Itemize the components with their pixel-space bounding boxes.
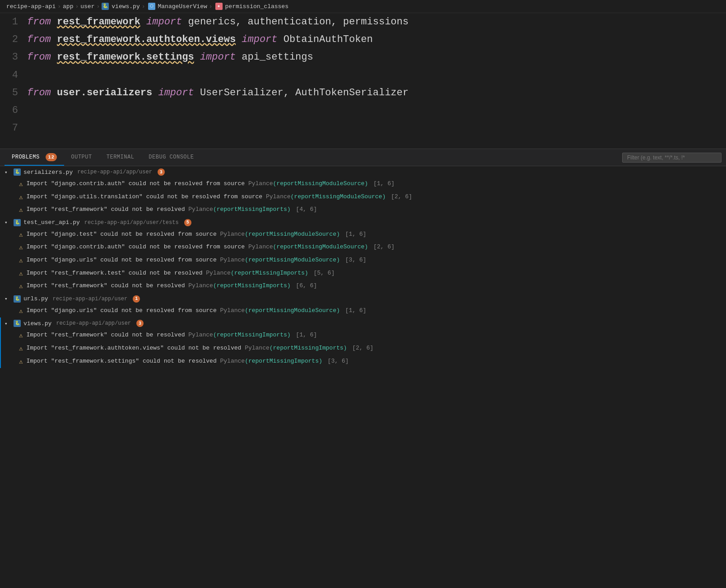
python-file-icon: 🐍 — [102, 3, 109, 10]
problem-item[interactable]: ⚠ Import "rest_framework" could not be r… — [1, 204, 726, 217]
problem-source: Pylance — [220, 257, 245, 263]
problem-link[interactable]: (reportMissingModuleSource) — [245, 307, 340, 314]
problem-pos: [3, 6] — [345, 257, 367, 263]
problem-text: Import "rest_framework.settings" could n… — [26, 357, 721, 365]
problem-source: Pylance — [220, 358, 245, 364]
problem-link[interactable]: (reportMissingImports) — [245, 358, 322, 364]
import-list: generics, authentication, permissions — [188, 16, 408, 28]
problem-item[interactable]: ⚠ Import "django.urls" could not be reso… — [1, 305, 726, 318]
problem-link[interactable]: (reportMissingModuleSource) — [245, 257, 340, 263]
problem-link[interactable]: (reportMissingModuleSource) — [245, 231, 340, 238]
problem-text: Import "django.contrib.auth" could not b… — [26, 243, 721, 251]
problem-source: Pylance — [206, 270, 231, 276]
filepath: recipe-app-api/app/user — [77, 169, 152, 175]
problem-pos: [1, 6] — [373, 180, 395, 187]
problem-pos: [2, 6] — [352, 345, 373, 351]
file-group-header-test[interactable]: ▾ 🐍 test_user_api.py recipe-app-api/app/… — [1, 217, 726, 229]
problem-link[interactable]: (reportMissingImports) — [270, 345, 347, 351]
warning-icon: ⚠ — [19, 331, 23, 341]
problem-link[interactable]: (reportMissingImports) — [213, 331, 291, 338]
keyword-import: import — [146, 16, 182, 28]
tab-label: PROBLEMS — [12, 154, 40, 160]
filename: views.py — [23, 320, 51, 327]
code-line-3: 3 from rest_framework.settings import ap… — [0, 48, 726, 66]
warning-icon: ⚠ — [19, 193, 23, 202]
warning-icon: ⚠ — [19, 270, 23, 279]
problem-link[interactable]: (reportMissingImports) — [213, 282, 291, 289]
problem-item[interactable]: ⚠ Import "rest_framework" could not be r… — [1, 280, 726, 293]
problem-link[interactable]: (reportMissingModuleSource) — [291, 193, 386, 200]
problem-text: Import "rest_framework.authtoken.views" … — [26, 344, 721, 352]
tab-problems[interactable]: PROBLEMS 12 — [5, 149, 64, 166]
problem-item[interactable]: ⚠ Import "django.test" could not be reso… — [1, 229, 726, 242]
keyword-import: import — [200, 51, 236, 63]
file-group-urls: ▾ 🐍 urls.py recipe-app-api/app/user 1 ⚠ … — [0, 293, 726, 318]
breadcrumb-part[interactable]: permission_classes — [225, 3, 289, 10]
filepath: recipe-app-api/app/user/tests — [84, 219, 179, 226]
problem-item[interactable]: ⚠ Import "rest_framework.authtoken.views… — [1, 342, 726, 355]
problems-badge: 12 — [46, 153, 56, 161]
problem-pos: [2, 6] — [373, 243, 395, 250]
tab-label: TERMINAL — [107, 154, 135, 160]
python-icon: 🐍 — [14, 320, 21, 327]
file-group-header-views[interactable]: ▾ 🐍 views.py recipe-app-api/app/user 3 — [1, 317, 726, 329]
tab-debug-console[interactable]: DEBUG CONSOLE — [141, 150, 201, 165]
problem-item[interactable]: ⚠ Import "django.urls" could not be reso… — [1, 254, 726, 267]
problem-link[interactable]: (reportMissingModuleSource) — [273, 243, 368, 250]
breadcrumb-sep: › — [75, 3, 79, 10]
warning-icon: ⚠ — [19, 231, 23, 240]
code-line-4: 4 — [0, 66, 726, 84]
chevron-icon: ▾ — [5, 169, 11, 175]
problem-item[interactable]: ⚠ Import "django.utils.translation" coul… — [1, 191, 726, 204]
problem-text: Import "rest_framework" could not be res… — [26, 282, 721, 290]
code-line-6: 6 — [0, 102, 726, 119]
file-badge: 3 — [158, 168, 165, 176]
problem-source: Pylance — [220, 307, 245, 314]
file-group-header-serializers[interactable]: ▾ 🐍 serializers.py recipe-app-api/app/us… — [1, 166, 726, 178]
filename: test_user_api.py — [23, 219, 80, 226]
line-number: 7 — [0, 120, 27, 136]
filename: serializers.py — [23, 169, 73, 176]
file-group-views: ▾ 🐍 views.py recipe-app-api/app/user 3 ⚠… — [0, 317, 726, 368]
line-number: 4 — [0, 67, 27, 83]
problem-pos: [6, 6] — [296, 282, 317, 289]
breadcrumb-part[interactable]: user — [80, 3, 94, 10]
file-group-test-user-api: ▾ 🐍 test_user_api.py recipe-app-api/app/… — [0, 217, 726, 293]
file-group-header-urls[interactable]: ▾ 🐍 urls.py recipe-app-api/app/user 1 — [1, 293, 726, 305]
problem-source: Pylance — [188, 282, 213, 289]
filename: urls.py — [23, 295, 48, 302]
problem-source: Pylance — [248, 243, 273, 250]
problem-link[interactable]: (reportMissingModuleSource) — [273, 180, 368, 187]
line-number: 1 — [0, 14, 27, 30]
code-line-7: 7 — [0, 119, 726, 137]
problem-item[interactable]: ⚠ Import "rest_framework.settings" could… — [1, 355, 726, 369]
breadcrumb-part[interactable]: views.py — [112, 3, 140, 10]
problem-text: Import "rest_framework" could not be res… — [26, 331, 721, 339]
import-list: api_settings — [242, 51, 313, 63]
breadcrumb-part[interactable]: recipe-app-api — [6, 3, 56, 10]
filter-input[interactable] — [622, 153, 721, 163]
problem-source: Pylance — [266, 193, 291, 200]
problem-pos: [1, 6] — [345, 231, 367, 238]
line-number: 2 — [0, 32, 27, 47]
tab-terminal[interactable]: TERMINAL — [99, 150, 142, 165]
chevron-icon: ▾ — [5, 219, 11, 225]
warning-icon: ⚠ — [19, 180, 23, 189]
line-number: 6 — [0, 103, 27, 118]
problem-link[interactable]: (reportMissingImports) — [213, 206, 291, 213]
breadcrumb-part[interactable]: app — [63, 3, 73, 10]
problem-item[interactable]: ⚠ Import "rest_framework" could not be r… — [1, 329, 726, 342]
problem-item[interactable]: ⚠ Import "django.contrib.auth" could not… — [1, 178, 726, 191]
property-icon: ◈ — [215, 3, 223, 10]
problem-item[interactable]: ⚠ Import "rest_framework.test" could not… — [1, 267, 726, 280]
problem-source: Pylance — [188, 331, 213, 338]
problem-item[interactable]: ⚠ Import "django.contrib.auth" could not… — [1, 241, 726, 254]
warning-icon: ⚠ — [19, 345, 23, 354]
breadcrumb: recipe-app-api › app › user › 🐍 views.py… — [0, 0, 726, 13]
breadcrumb-part[interactable]: ManageUserView — [158, 3, 207, 10]
tab-output[interactable]: OUTPUT — [64, 150, 99, 165]
code-editor: 1 from rest_framework import generics, a… — [0, 13, 726, 149]
chevron-icon: ▾ — [5, 296, 11, 302]
module-name: rest_framework.authtoken.views — [57, 34, 236, 45]
problem-link[interactable]: (reportMissingImports) — [231, 270, 308, 276]
